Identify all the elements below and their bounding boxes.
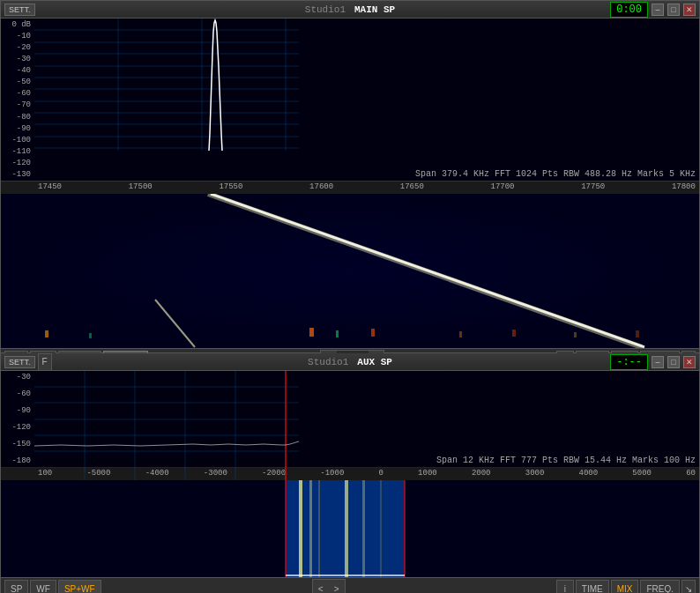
aux-zoom-right-button[interactable]: >	[329, 580, 345, 593]
y-label-30: -30	[3, 55, 33, 63]
svg-rect-59	[318, 480, 320, 577]
y-label-120: -120	[3, 159, 33, 167]
aux-x-1000: 1000	[418, 469, 437, 479]
aux-spectrum-plot: -30 -60 -90 -120 -150 -180	[1, 371, 699, 468]
aux-y-180: -180	[3, 456, 33, 465]
bottom-title-bar: SETT. F Studio1 AUX SP -:-- – □ ✕	[1, 353, 699, 371]
x-label-17800: 17800	[672, 182, 696, 193]
svg-rect-33	[636, 330, 639, 337]
x-label-17550: 17550	[219, 182, 242, 193]
x-label-17750: 17750	[581, 182, 605, 193]
bottom-title: Studio1	[308, 357, 348, 367]
bottom-minimize-button[interactable]: –	[652, 356, 664, 368]
x-label-17450: 17450	[38, 182, 62, 193]
x-label-17500: 17500	[129, 182, 153, 193]
aux-sp-button[interactable]: SP	[4, 580, 28, 593]
aux-y-150: -150	[3, 440, 33, 448]
aux-info-button[interactable]: i	[556, 580, 574, 593]
y-label-40: -40	[3, 66, 33, 75]
y-label-130: -130	[3, 170, 33, 179]
aux-zoom-left-button[interactable]: <	[313, 580, 329, 593]
y-label-70: -70	[3, 100, 33, 109]
aux-mix-button[interactable]: MIX	[611, 580, 639, 593]
x-label-17650: 17650	[400, 182, 424, 193]
aux-zoom-control: < >	[312, 579, 346, 593]
svg-rect-27	[309, 328, 314, 337]
aux-waterfall	[1, 480, 699, 577]
aux-wf-button[interactable]: WF	[30, 580, 56, 593]
y-label-20: -20	[3, 43, 33, 52]
svg-rect-29	[371, 329, 375, 337]
top-spectrum-info: Span 379.4 KHz FFT 1024 Pts RBW 488.28 H…	[415, 169, 696, 179]
top-timer: 0:00	[610, 2, 648, 18]
y-label-10: -10	[3, 32, 33, 41]
aux-spwf-button[interactable]: SP+WF	[58, 580, 101, 593]
svg-rect-25	[45, 330, 48, 337]
y-label-100: -100	[3, 136, 33, 145]
top-y-axis: 0 dB -10 -20 -30 -40 -50 -60 -70 -80 -90…	[1, 19, 34, 181]
bottom-sett-button[interactable]: SETT.	[4, 356, 35, 368]
aux-x-4000: 4000	[579, 469, 599, 479]
top-spectrum-waterfall: 0 dB -10 -20 -30 -40 -50 -60 -70 -80 -90…	[1, 19, 699, 348]
bottom-toolbar: SP WF SP+WF < > i TIME MIX FREQ. ↘	[1, 577, 699, 593]
top-close-button[interactable]: ✕	[683, 4, 696, 16]
aux-spectrum-info: Span 12 KHz FFT 777 Pts RBW 15.44 Hz Mar…	[436, 456, 696, 465]
top-subtitle: MAIN SP	[354, 4, 395, 15]
svg-rect-21	[1, 194, 699, 348]
y-label-50: -50	[3, 78, 33, 86]
bottom-maximize-button[interactable]: □	[667, 356, 680, 368]
y-label-110: -110	[3, 147, 33, 156]
aux-time-button[interactable]: TIME	[576, 580, 609, 593]
top-title: Studio1	[305, 4, 346, 15]
top-waterfall-svg	[1, 194, 699, 348]
svg-rect-31	[512, 330, 516, 337]
top-x-axis: 17450 17500 17550 17600 17650 17700 1775…	[1, 182, 699, 194]
bottom-window-controls: -:-- – □ ✕	[610, 354, 696, 370]
top-sett-button[interactable]: SETT.	[4, 4, 35, 16]
aux-x-2000: 2000	[472, 469, 491, 479]
top-maximize-button[interactable]: □	[667, 4, 680, 16]
y-label-80: -80	[3, 113, 33, 122]
svg-rect-26	[89, 333, 92, 338]
bottom-close-button[interactable]: ✕	[683, 356, 696, 368]
bottom-timer: -:--	[610, 354, 648, 370]
bottom-f-button[interactable]: F	[38, 353, 52, 371]
aux-x-5000: 5000	[632, 469, 652, 479]
x-label-17700: 17700	[491, 182, 515, 193]
aux-y-30: -30	[3, 373, 33, 382]
aux-freq-button[interactable]: FREQ.	[640, 580, 680, 593]
svg-rect-60	[345, 480, 348, 577]
aux-y-60: -60	[3, 389, 33, 398]
svg-rect-28	[336, 330, 339, 337]
aux-corner-button[interactable]: ↘	[681, 580, 696, 593]
svg-rect-32	[574, 332, 577, 337]
top-window-controls: 0:00 – □ ✕	[610, 2, 696, 18]
svg-rect-62	[380, 480, 382, 577]
svg-rect-58	[309, 480, 312, 577]
y-label-0db: 0 dB	[3, 20, 33, 29]
bottom-subtitle: AUX SP	[357, 357, 392, 367]
top-waterfall	[1, 194, 699, 348]
aux-y-axis: -30 -60 -90 -120 -150 -180	[1, 371, 34, 467]
aux-y-90: -90	[3, 406, 33, 415]
svg-rect-57	[299, 480, 302, 577]
bottom-window: SETT. F Studio1 AUX SP -:-- – □ ✕ -30 -6…	[0, 352, 700, 593]
y-label-90: -90	[3, 124, 33, 133]
aux-x-n1000: -1000	[320, 469, 344, 479]
top-window: SETT. Studio1 MAIN SP 0:00 – □ ✕ 0 dB -1…	[0, 0, 700, 352]
svg-rect-61	[362, 480, 365, 577]
aux-y-120: -120	[3, 423, 33, 432]
aux-x-60: 60	[686, 469, 696, 479]
aux-waterfall-svg	[1, 480, 699, 577]
aux-x-3000: 3000	[525, 469, 545, 479]
x-label-17600: 17600	[309, 182, 333, 193]
top-spectrum-plot: 0 dB -10 -20 -30 -40 -50 -60 -70 -80 -90…	[1, 19, 699, 182]
top-spectrum-svg	[34, 19, 299, 151]
top-title-bar: SETT. Studio1 MAIN SP 0:00 – □ ✕	[1, 1, 699, 19]
y-label-60: -60	[3, 89, 33, 98]
svg-rect-30	[459, 331, 462, 337]
top-minimize-button[interactable]: –	[652, 4, 664, 16]
aux-x-0: 0	[379, 469, 384, 479]
